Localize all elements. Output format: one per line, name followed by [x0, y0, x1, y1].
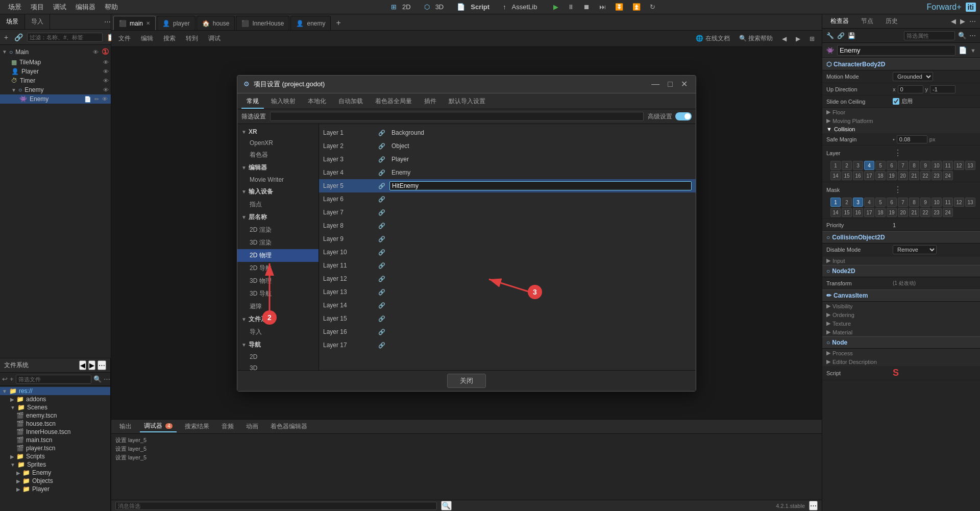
- layer-btn-11[interactable]: 11: [943, 161, 953, 170]
- mask-btn-24[interactable]: 24: [943, 208, 953, 217]
- layer-row-12[interactable]: Layer 12 🔗: [319, 272, 696, 285]
- right-more[interactable]: ⋯: [969, 17, 976, 25]
- btn-script[interactable]: 📄 Script: [454, 1, 497, 13]
- dialog-tab-import[interactable]: 默认导入设置: [444, 95, 491, 109]
- layer-btn-24[interactable]: 24: [943, 171, 953, 180]
- mask-btn-22[interactable]: 22: [920, 208, 930, 217]
- tree-item-enemy-parent[interactable]: ▼ ○ Enemy 👁: [0, 85, 111, 94]
- fs-sync-btn[interactable]: ↩: [2, 375, 8, 383]
- layer-row-8[interactable]: Layer 8 🔗: [319, 219, 696, 232]
- toolbar-prev[interactable]: ◀: [779, 34, 790, 43]
- file-item-scripts[interactable]: ▶ 📁 Scripts: [0, 452, 110, 460]
- layer-more-btn[interactable]: ⋮: [893, 147, 903, 159]
- tab-scene[interactable]: 场景: [0, 14, 25, 29]
- tree-item-timer[interactable]: ⏱ Timer 👁: [0, 76, 111, 85]
- file-item-scenes[interactable]: ▼ 📁 Scenes: [0, 403, 110, 411]
- mask-btn-21[interactable]: 21: [909, 208, 919, 217]
- toolbar-search-help[interactable]: 🔍 搜索帮助: [736, 33, 776, 44]
- section-visibility[interactable]: ▶ Visibility: [822, 302, 980, 310]
- layer-btn-7[interactable]: 7: [898, 161, 908, 170]
- layer-btn-19[interactable]: 19: [887, 171, 897, 180]
- layer-4-input[interactable]: [389, 168, 692, 177]
- btn-play[interactable]: ▶: [550, 2, 561, 12]
- nav-item-shader[interactable]: 着色器: [237, 149, 318, 161]
- tree-item-enemy-child[interactable]: 👾 Enemy 📄 ✏ 👁: [0, 94, 111, 104]
- fs-options-btn[interactable]: ⋯: [104, 375, 110, 383]
- nav-item-3dnav[interactable]: 3D 导航: [237, 287, 318, 300]
- file-item-addons[interactable]: ▶ 📁 addons: [0, 395, 110, 403]
- inspector-filter-btn[interactable]: 🔍: [958, 32, 966, 39]
- right-tab-inspector[interactable]: 检查器: [826, 16, 853, 27]
- toolbar-file[interactable]: 文件: [115, 33, 134, 44]
- layer-btn-4[interactable]: 4: [864, 161, 874, 170]
- file-item-res[interactable]: ▼ 📁 res://: [0, 387, 110, 395]
- mask-btn-18[interactable]: 18: [875, 208, 886, 217]
- dialog-tab-plugins[interactable]: 插件: [419, 95, 442, 109]
- layer-5-input[interactable]: [389, 181, 692, 190]
- btn-forward[interactable]: Forward+: [925, 2, 964, 13]
- section-collision[interactable]: ▼ Collision: [822, 125, 980, 133]
- layer-9-input[interactable]: [389, 235, 692, 244]
- mask-btn-4[interactable]: 4: [864, 198, 874, 207]
- tree-enemy-edit[interactable]: ✏: [93, 96, 100, 103]
- btn-deploy-android[interactable]: ⏬: [612, 2, 626, 12]
- up-dir-y[interactable]: [930, 85, 955, 93]
- file-item-player-tscn[interactable]: 🎬 player.tscn: [0, 444, 110, 452]
- nav-item-2drender[interactable]: 2D 渲染: [237, 224, 318, 236]
- layer-7-input[interactable]: [389, 208, 692, 217]
- layer-row-14[interactable]: Layer 14 🔗: [319, 299, 696, 312]
- right-nav-prev[interactable]: ◀: [951, 17, 956, 25]
- mask-btn-14[interactable]: 14: [830, 208, 841, 217]
- layer-6-input[interactable]: [389, 195, 692, 204]
- nav-item-nav2d[interactable]: 2D: [237, 351, 318, 362]
- layer-btn-20[interactable]: 20: [898, 171, 908, 180]
- file-item-innerhouse-tscn[interactable]: 🎬 InnerHouse.tscn: [0, 428, 110, 436]
- bottom-tab-shader[interactable]: 着色器编辑器: [266, 421, 311, 432]
- dialog-maximize[interactable]: □: [666, 79, 675, 90]
- inspector-node-script[interactable]: 📄: [959, 46, 967, 54]
- nav-item-2dnav[interactable]: 2D 导航: [237, 262, 318, 275]
- fs-more[interactable]: ⋯: [97, 360, 106, 370]
- btn-pause[interactable]: ⏸: [565, 2, 577, 12]
- btn-3d[interactable]: ⬡ 3D: [421, 1, 451, 13]
- fs-nav-next[interactable]: ▶: [88, 360, 95, 370]
- layer-2-input[interactable]: [389, 142, 692, 151]
- tree-player-script[interactable]: 📄: [85, 68, 94, 75]
- file-item-main-tscn[interactable]: 🎬 main.tscn: [0, 436, 110, 444]
- layer-btn-3[interactable]: 3: [853, 161, 863, 170]
- tree-enemy-vis[interactable]: 👁: [101, 96, 109, 103]
- nav-item-openxr[interactable]: OpenXR: [237, 137, 318, 149]
- layer-btn-15[interactable]: 15: [842, 171, 852, 180]
- layer-btn-21[interactable]: 21: [909, 171, 919, 180]
- scene-add-btn[interactable]: +: [2, 32, 10, 42]
- menu-item-project[interactable]: 项目: [27, 2, 48, 13]
- nav-item-moviewriter[interactable]: Movie Writer: [237, 174, 318, 185]
- menu-item-scene[interactable]: 场景: [4, 2, 26, 13]
- fs-filter-btn[interactable]: 🔍: [93, 375, 102, 383]
- dialog-close-btn[interactable]: 关闭: [447, 374, 486, 388]
- scene-filter-input[interactable]: [27, 33, 103, 42]
- layer-row-11[interactable]: Layer 11 🔗: [319, 259, 696, 272]
- layer-row-3[interactable]: Layer 3 🔗: [319, 153, 696, 166]
- btn-remote[interactable]: ↻: [647, 2, 658, 12]
- layer-btn-2[interactable]: 2: [842, 161, 852, 170]
- tree-item-tilemap[interactable]: ▦ TileMap 👁: [0, 58, 111, 67]
- mask-btn-16[interactable]: 16: [853, 208, 863, 217]
- fs-add-btn[interactable]: +: [10, 375, 14, 383]
- mask-btn-3[interactable]: 3: [853, 198, 863, 207]
- tree-enemy-script[interactable]: 📄: [83, 96, 92, 103]
- nav-item-filesystem[interactable]: ▼ 文件系统: [237, 313, 318, 326]
- editor-tab-innerhouse[interactable]: ⬛ InnerHouse: [236, 16, 289, 30]
- close-tab-main[interactable]: ✕: [146, 20, 150, 26]
- scene-link-btn[interactable]: 🔗: [12, 32, 25, 42]
- file-item-house-tscn[interactable]: 🎬 house.tscn: [0, 420, 110, 428]
- layer-btn-5[interactable]: 5: [875, 161, 886, 170]
- scene-more-btn[interactable]: ⋯: [104, 14, 111, 29]
- mask-btn-1[interactable]: 1: [830, 198, 841, 207]
- btn-2d[interactable]: ⊞ 2D: [388, 1, 418, 13]
- layer-row-15[interactable]: Layer 15 🔗: [319, 312, 696, 325]
- btn-stop[interactable]: ⏹: [580, 2, 593, 12]
- layer-row-16[interactable]: Layer 16 🔗: [319, 325, 696, 338]
- section-input[interactable]: ▶ Input: [822, 256, 980, 265]
- dialog-filter-input[interactable]: [270, 112, 644, 121]
